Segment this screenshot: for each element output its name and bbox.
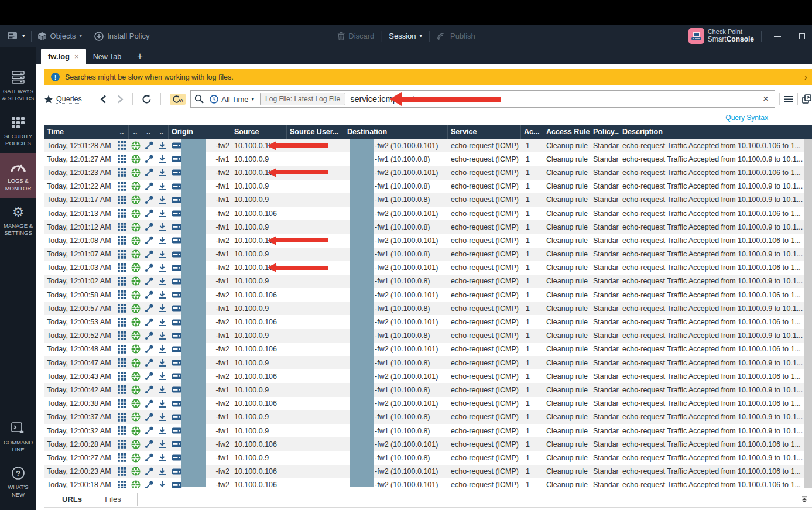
objects-button[interactable]: Objects ▾ xyxy=(37,32,83,41)
column-header-policy[interactable]: Policy... xyxy=(590,125,619,139)
log-table-row[interactable]: Today, 12:01:17 AM -fw1 10.100.0.9 -fw1 … xyxy=(44,193,804,207)
publish-button[interactable]: Publish xyxy=(437,32,475,40)
log-table-row[interactable]: Today, 12:00:18 AM -fw2 10.100.0.106 -fw… xyxy=(44,478,804,488)
log-table-row[interactable]: Today, 12:00:43 AM -fw2 10.100.0.106 -fw… xyxy=(44,369,804,383)
log-table-row[interactable]: Today, 12:01:13 AM -fw2 10.100.0.106 -fw… xyxy=(44,207,804,220)
query-forward-button[interactable] xyxy=(117,95,124,104)
query-syntax-link[interactable]: Query Syntax xyxy=(725,114,768,122)
log-table-row[interactable]: Today, 12:01:23 AM -fw2 10.100.0.106 -fw… xyxy=(44,166,804,179)
minimize-button[interactable] xyxy=(769,28,786,45)
column-header-icon3[interactable]: .. xyxy=(142,125,155,139)
log-table-row[interactable]: Today, 12:01:02 AM -fw1 10.100.0.9 -fw1 … xyxy=(44,275,804,288)
clear-query-button[interactable]: × xyxy=(760,93,771,105)
open-new-window-button[interactable] xyxy=(802,94,812,104)
sidebar-item-command-line[interactable]: COMMAND LINE xyxy=(0,415,36,460)
gateway-appliance-icon xyxy=(172,441,182,447)
cell-access-rule-number: 1 xyxy=(521,220,543,234)
log-table-row[interactable]: Today, 12:00:47 AM -fw1 10.100.0.9 -fw1 … xyxy=(44,356,804,369)
column-header-access-rule-name[interactable]: Access Rule N... xyxy=(543,125,590,139)
column-header-source[interactable]: Source xyxy=(231,125,287,139)
top-black-strip xyxy=(0,0,812,25)
main-menu-button[interactable]: ▾ xyxy=(7,32,25,41)
tab-close-icon[interactable]: × xyxy=(74,52,79,61)
column-header-service[interactable]: Service xyxy=(448,125,521,139)
cell-service: echo-request (ICMP) xyxy=(448,410,521,424)
cell-access-rule-number: 1 xyxy=(521,410,543,424)
column-header-origin[interactable]: Origin xyxy=(169,125,231,139)
install-policy-button[interactable]: Install Policy xyxy=(94,32,149,41)
source-text: 10.100.0.106 xyxy=(234,467,277,475)
objects-caret-icon: ▾ xyxy=(80,33,83,39)
connection-icon xyxy=(142,166,155,179)
column-header-source-user[interactable]: Source User... xyxy=(287,125,344,139)
log-table-row[interactable]: Today, 12:00:27 AM -fw1 10.100.0.9 -fw1 … xyxy=(44,451,804,464)
sidebar-item-logs-monitor[interactable]: LOGS & MONITOR xyxy=(0,153,36,198)
footer-tab-urls[interactable]: URLs xyxy=(52,491,92,508)
cell-access-rule-name: Cleanup rule xyxy=(543,139,590,152)
column-header-icon2[interactable]: .. xyxy=(129,125,142,139)
cell-service: echo-request (ICMP) xyxy=(448,478,521,488)
download-icon xyxy=(155,152,169,166)
log-grid-icon xyxy=(115,234,129,247)
log-table-row[interactable]: Today, 12:00:38 AM -fw2 10.100.0.106 -fw… xyxy=(44,397,804,410)
hamburger-icon xyxy=(784,95,793,103)
log-table-row[interactable]: Today, 12:01:07 AM -fw1 10.100.0.9 -fw1 … xyxy=(44,248,804,261)
cell-source: 10.100.0.106 xyxy=(231,437,287,451)
log-table-row[interactable]: Today, 12:01:08 AM -fw2 10.100.0.106 -fw… xyxy=(44,234,804,247)
log-table-row[interactable]: Today, 12:00:53 AM -fw2 10.100.0.106 -fw… xyxy=(44,315,804,328)
log-table-row[interactable]: Today, 12:00:28 AM -fw2 10.100.0.106 -fw… xyxy=(44,437,804,451)
log-table-row[interactable]: Today, 12:00:48 AM -fw2 10.100.0.106 -fw… xyxy=(44,343,804,356)
time-filter-dropdown[interactable]: All Time ▾ xyxy=(210,95,254,104)
footer-tab-files[interactable]: Files xyxy=(92,491,133,508)
column-header-destination[interactable]: Destination xyxy=(344,125,448,139)
sidebar-item-manage-settings[interactable]: ⚙ MANAGE & SETTINGS xyxy=(0,198,36,243)
tab-fwlog[interactable]: fw.log × xyxy=(41,49,86,64)
origin-text: -fw1 xyxy=(215,250,229,258)
column-header-icon1[interactable]: .. xyxy=(115,125,129,139)
log-table-row[interactable]: Today, 12:01:22 AM -fw1 10.100.0.9 -fw1 … xyxy=(44,180,804,193)
sidebar-item-security-policies[interactable]: SECURITY POLICIES xyxy=(0,108,36,153)
column-header-icon4[interactable]: .. xyxy=(155,125,169,139)
add-tab-button[interactable]: + xyxy=(133,50,149,64)
sidebar-label: SECURITY POLICIES xyxy=(1,133,35,148)
log-table-row[interactable]: Today, 12:00:32 AM -fw1 10.100.0.9 -fw1 … xyxy=(44,424,804,437)
discard-button[interactable]: Discard xyxy=(337,32,374,40)
log-file-chip[interactable]: Log File: Latest Log File xyxy=(260,93,345,105)
download-icon xyxy=(155,315,169,328)
restore-button[interactable] xyxy=(793,28,811,45)
log-table-row[interactable]: Today, 12:00:52 AM -fw1 10.100.0.9 -fw1 … xyxy=(44,329,804,343)
log-table-row[interactable]: Today, 12:01:12 AM -fw1 10.100.0.9 -fw1 … xyxy=(44,220,804,234)
log-table-header: Time .. .. .. .. Origin Source Source Us… xyxy=(44,125,812,139)
log-table-row[interactable]: Today, 12:01:28 AM -fw2 10.100.0.106 -fw… xyxy=(44,139,804,152)
log-table-row[interactable]: Today, 12:00:23 AM -fw2 10.100.0.106 -fw… xyxy=(44,465,804,478)
queries-button[interactable]: Queries xyxy=(44,95,82,104)
sidebar-item-gateways-servers[interactable]: GATEWAYS & SERVERS xyxy=(0,63,36,108)
refresh-button[interactable] xyxy=(142,94,152,104)
log-table-row[interactable]: Today, 12:01:27 AM -fw1 10.100.0.9 -fw1 … xyxy=(44,152,804,166)
column-header-description[interactable]: Description xyxy=(619,125,812,139)
sidebar-item-whats-new[interactable]: ? WHAT'S NEW xyxy=(0,459,36,504)
session-button[interactable]: Session ▾ xyxy=(389,32,422,40)
cell-policy: Standard xyxy=(590,397,619,410)
search-icon xyxy=(194,94,204,104)
column-header-time[interactable]: Time xyxy=(44,125,115,139)
auto-refresh-toggle[interactable]: A xyxy=(170,94,186,105)
scroll-top-button[interactable] xyxy=(801,494,807,505)
gateway-appliance-icon xyxy=(172,346,182,352)
download-icon xyxy=(155,383,169,396)
connection-icon xyxy=(142,369,155,383)
log-table-row[interactable]: Today, 12:00:37 AM -fw1 10.100.0.9 -fw1 … xyxy=(44,410,804,424)
tab-new-tab[interactable]: New Tab xyxy=(86,49,128,64)
connection-icon xyxy=(142,220,155,234)
banner-chevron-icon[interactable]: › xyxy=(804,72,807,83)
gateway-appliance-icon xyxy=(172,156,182,162)
column-header-access[interactable]: Ac... xyxy=(521,125,543,139)
vertical-scrollbar[interactable] xyxy=(804,139,812,488)
cell-time: Today, 12:01:27 AM xyxy=(44,152,115,166)
log-table-row[interactable]: Today, 12:00:58 AM -fw2 10.100.0.106 -fw… xyxy=(44,288,804,302)
query-menu-button[interactable] xyxy=(784,95,793,103)
log-table-row[interactable]: Today, 12:00:57 AM -fw1 10.100.0.9 -fw1 … xyxy=(44,302,804,315)
log-table-row[interactable]: Today, 12:00:42 AM -fw1 10.100.0.9 -fw1 … xyxy=(44,383,804,396)
log-table-row[interactable]: Today, 12:01:03 AM -fw2 10.100.0.106 -fw… xyxy=(44,261,804,275)
query-back-button[interactable] xyxy=(100,95,107,104)
